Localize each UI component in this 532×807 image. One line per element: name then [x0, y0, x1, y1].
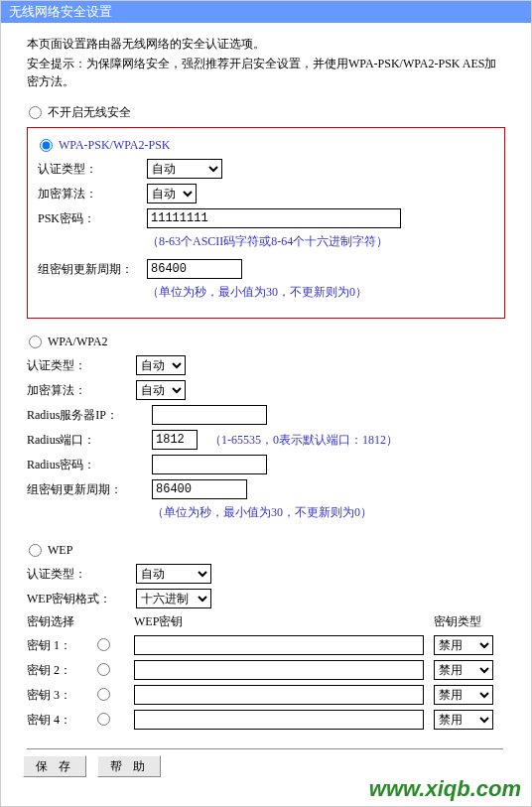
wep-key-row: 密钥 4：禁用	[27, 710, 505, 730]
radio-wep[interactable]	[29, 544, 42, 557]
wep-key-row: 密钥 1：禁用	[27, 635, 505, 655]
watermark: www.xiqb.com	[369, 776, 521, 802]
window-title: 无线网络安全设置	[1, 1, 531, 23]
wep-key-radio-4[interactable]	[97, 713, 110, 726]
wep-key-input-2[interactable]	[134, 660, 424, 680]
wpa-psk-auth-label: 认证类型：	[38, 161, 147, 178]
wpa-psk-section: WPA-PSK/WPA2-PSK 认证类型： 自动 加密算法： 自动 PSK密码…	[27, 127, 505, 319]
wep-key-label: 密钥 4：	[27, 712, 92, 729]
radius-port-hint: （1-65535，0表示默认端口：1812）	[209, 432, 398, 449]
wep-key-label: 密钥 2：	[27, 662, 92, 679]
wep-fmt-select[interactable]: 十六进制	[136, 589, 211, 608]
wep-key-radio-1[interactable]	[97, 638, 110, 651]
wpa-title: WPA/WPA2	[48, 335, 107, 349]
help-button[interactable]: 帮 助	[97, 755, 161, 777]
wep-col-key: WEP密钥	[134, 613, 434, 630]
wep-auth-label: 认证类型：	[27, 566, 136, 583]
radius-port-input[interactable]	[152, 430, 198, 450]
wep-col-select: 密钥选择	[27, 613, 92, 630]
wep-key-type-select-4[interactable]: 禁用	[434, 710, 493, 730]
disable-security-label: 不开启无线安全	[48, 104, 131, 121]
radius-pwd-label: Radius密码：	[27, 457, 152, 473]
wpa-rekey-input[interactable]	[152, 479, 247, 499]
window: 无线网络安全设置 本页面设置路由器无线网络的安全认证选项。 安全提示：为保障网络…	[0, 0, 532, 807]
intro-warning: 安全提示：为保障网络安全，强烈推荐开启安全设置，并使用WPA-PSK/WPA2-…	[27, 55, 505, 90]
wpa-psk-auth-select[interactable]: 自动	[147, 159, 222, 179]
radio-wpa[interactable]	[29, 336, 42, 348]
wpa-rekey-hint: （单位为秒，最小值为30，不更新则为0）	[152, 504, 372, 521]
wep-key-table: 密钥选择 WEP密钥 密钥类型 密钥 1：禁用密钥 2：禁用密钥 3：禁用密钥 …	[27, 613, 505, 730]
psk-password-hint: （8-63个ASCII码字符或8-64个十六进制字符）	[147, 233, 388, 250]
wpa-enc-label: 加密算法：	[27, 382, 136, 399]
wpa-psk-rekey-input[interactable]	[147, 259, 242, 279]
wpa-rekey-label: 组密钥更新周期：	[27, 481, 152, 498]
wep-key-label: 密钥 3：	[27, 687, 92, 704]
wpa-psk-rekey-hint: （单位为秒，最小值为30，不更新则为0）	[147, 284, 367, 301]
wep-key-radio-3[interactable]	[97, 688, 110, 701]
wep-key-type-select-3[interactable]: 禁用	[434, 685, 493, 705]
wep-key-row: 密钥 3：禁用	[27, 685, 505, 705]
save-button[interactable]: 保 存	[23, 755, 86, 777]
wep-key-label: 密钥 1：	[27, 637, 92, 654]
radio-wpa-psk[interactable]	[40, 139, 53, 152]
wep-key-row: 密钥 2：禁用	[27, 660, 505, 680]
radius-port-label: Radius端口：	[27, 432, 152, 449]
wpa-psk-rekey-label: 组密钥更新周期：	[38, 261, 147, 278]
psk-password-label: PSK密码：	[38, 210, 147, 227]
wep-key-type-select-2[interactable]: 禁用	[434, 660, 493, 680]
wpa-psk-title: WPA-PSK/WPA2-PSK	[59, 138, 170, 153]
wep-key-input-4[interactable]	[134, 710, 424, 730]
wpa-psk-enc-select[interactable]: 自动	[147, 184, 197, 203]
content-area: 本页面设置路由器无线网络的安全认证选项。 安全提示：为保障网络安全，强烈推荐开启…	[1, 23, 531, 740]
wep-key-input-3[interactable]	[134, 685, 424, 705]
wpa-auth-select[interactable]: 自动	[136, 355, 186, 375]
wep-col-type: 密钥类型	[434, 613, 505, 630]
wep-auth-select[interactable]: 自动	[136, 564, 211, 584]
wep-title: WEP	[48, 543, 72, 558]
radio-disable-security[interactable]	[29, 106, 42, 119]
wep-key-radio-2[interactable]	[97, 663, 110, 676]
psk-password-input[interactable]	[147, 208, 401, 228]
wep-key-input-1[interactable]	[134, 635, 424, 655]
radius-ip-label: Radius服务器IP：	[27, 407, 152, 424]
wep-key-type-select-1[interactable]: 禁用	[434, 635, 493, 655]
radius-pwd-input[interactable]	[152, 455, 267, 474]
wep-fmt-label: WEP密钥格式：	[27, 591, 136, 607]
radius-ip-input[interactable]	[152, 405, 267, 425]
wpa-psk-enc-label: 加密算法：	[38, 186, 147, 202]
wpa-enc-select[interactable]: 自动	[136, 380, 186, 400]
wpa-auth-label: 认证类型：	[27, 357, 136, 374]
intro-text: 本页面设置路由器无线网络的安全认证选项。	[27, 35, 505, 53]
